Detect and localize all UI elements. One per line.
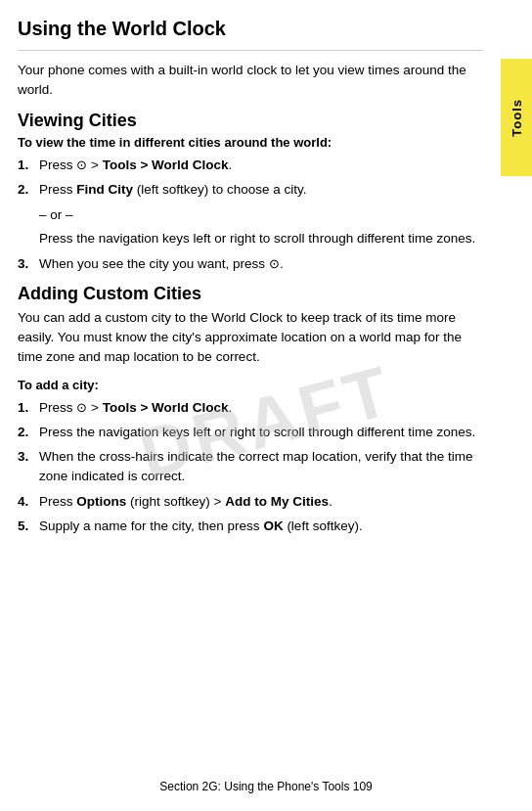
adding-cities-intro: You can add a custom city to the World C… xyxy=(18,308,483,368)
step-content: Press ⊙ > Tools > World Clock. xyxy=(39,398,483,418)
step-num: 1. xyxy=(18,156,39,175)
step-content: Press the navigation keys left or right … xyxy=(39,423,483,442)
list-item: 1. Press ⊙ > Tools > World Clock. xyxy=(18,156,483,175)
bold-text: Add to My Cities xyxy=(225,494,329,509)
step-content: Press Find City (left softkey) to choose… xyxy=(39,180,483,200)
step-num: 3. xyxy=(18,254,39,274)
nav-icon: ⊙ xyxy=(76,156,87,175)
viewing-cities-sub-heading: To view the time in different cities aro… xyxy=(18,135,483,150)
bold-text: Tools > World Clock xyxy=(103,400,229,415)
step-content: When you see the city you want, press ⊙. xyxy=(39,254,483,274)
step-num: 2. xyxy=(18,180,39,200)
list-item: 1. Press ⊙ > Tools > World Clock. xyxy=(18,398,483,418)
side-tab-label: Tools xyxy=(510,99,524,137)
list-item: 4. Press Options (right softkey) > Add t… xyxy=(18,492,483,512)
step-content: Press ⊙ > Tools > World Clock. xyxy=(39,156,483,175)
or-text: – or – xyxy=(39,205,483,225)
list-item: 2. Press Find City (left softkey) to cho… xyxy=(18,180,483,200)
adding-custom-cities-heading: Adding Custom Cities xyxy=(18,284,483,304)
list-item: 3. When you see the city you want, press… xyxy=(18,254,483,274)
side-tab: Tools xyxy=(501,59,532,176)
bold-text: Options xyxy=(76,494,126,509)
list-item: 5. Supply a name for the city, then pres… xyxy=(18,517,483,536)
page-title: Using the World Clock xyxy=(18,18,483,40)
title-divider xyxy=(18,50,483,51)
list-item: 3. When the cross-hairs indicate the cor… xyxy=(18,447,483,487)
main-content: Using the World Clock Your phone comes w… xyxy=(0,0,532,562)
viewing-cities-list-cont: 3. When you see the city you want, press… xyxy=(18,254,483,274)
bold-text: Find City xyxy=(76,182,133,197)
adding-cities-sub-heading: To add a city: xyxy=(18,378,483,392)
step-num: 1. xyxy=(18,398,39,418)
bold-text: OK xyxy=(263,518,283,533)
or-text-extra: Press the navigation keys left or right … xyxy=(39,229,483,248)
bold-text: Tools > World Clock xyxy=(103,158,229,172)
footer: Section 2G: Using the Phone's Tools 109 xyxy=(0,780,532,793)
step-num: 3. xyxy=(18,447,39,467)
step-content: Supply a name for the city, then press O… xyxy=(39,517,483,536)
adding-cities-list: 1. Press ⊙ > Tools > World Clock. 2. Pre… xyxy=(18,398,483,537)
intro-paragraph: Your phone comes with a built-in world c… xyxy=(18,61,483,101)
step-content: Press Options (right softkey) > Add to M… xyxy=(39,492,483,512)
list-item: 2. Press the navigation keys left or rig… xyxy=(18,423,483,442)
nav-icon: ⊙ xyxy=(269,254,280,274)
step-num: 4. xyxy=(18,492,39,512)
viewing-cities-list: 1. Press ⊙ > Tools > World Clock. 2. Pre… xyxy=(18,156,483,201)
step-num: 2. xyxy=(18,423,39,442)
step-content: When the cross-hairs indicate the correc… xyxy=(39,447,483,487)
step-num: 5. xyxy=(18,517,39,536)
nav-icon: ⊙ xyxy=(76,398,87,418)
page-container: Tools DRAFT Using the World Clock Your p… xyxy=(0,0,532,811)
viewing-cities-heading: Viewing Cities xyxy=(18,111,483,131)
